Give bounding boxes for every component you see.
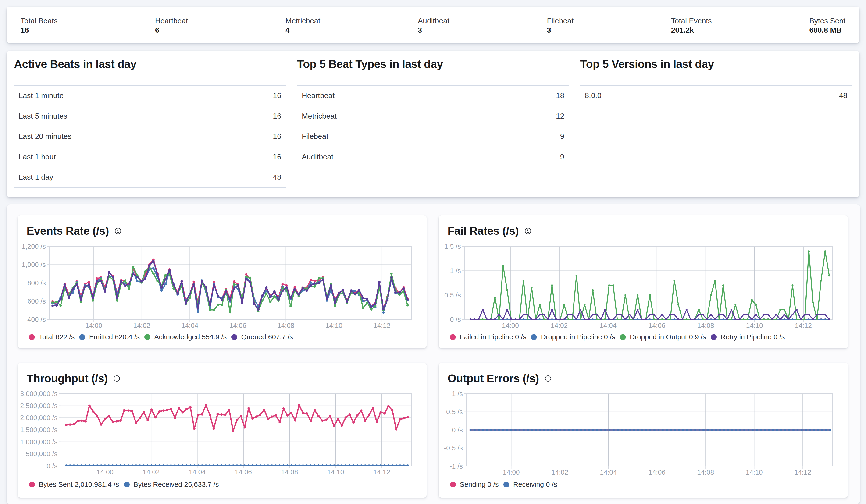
svg-text:500,000 /s: 500,000 /s bbox=[26, 450, 57, 458]
svg-text:14:10: 14:10 bbox=[325, 322, 343, 329]
svg-text:14:00: 14:00 bbox=[85, 322, 102, 329]
svg-text:14:02: 14:02 bbox=[133, 322, 151, 329]
svg-text:0.5 /s: 0.5 /s bbox=[446, 408, 463, 415]
svg-text:14:06: 14:06 bbox=[230, 322, 246, 329]
svg-text:1,000 /s: 1,000 /s bbox=[22, 261, 46, 268]
svg-text:14:12: 14:12 bbox=[373, 468, 390, 476]
svg-text:2,500,000 /s: 2,500,000 /s bbox=[20, 402, 57, 410]
svg-text:14:06: 14:06 bbox=[648, 322, 666, 329]
svg-text:800 /s: 800 /s bbox=[27, 279, 46, 287]
svg-text:14:08: 14:08 bbox=[277, 322, 295, 329]
svg-text:0 /s: 0 /s bbox=[452, 426, 463, 434]
svg-text:14:04: 14:04 bbox=[189, 468, 206, 476]
svg-text:1,500,000 /s: 1,500,000 /s bbox=[20, 426, 57, 434]
svg-text:1,200 /s: 1,200 /s bbox=[22, 243, 46, 250]
svg-text:0 /s: 0 /s bbox=[450, 316, 461, 323]
svg-text:1.5 /s: 1.5 /s bbox=[444, 243, 461, 250]
svg-text:0 /s: 0 /s bbox=[46, 462, 57, 470]
svg-text:14:10: 14:10 bbox=[746, 322, 763, 329]
svg-text:600 /s: 600 /s bbox=[27, 298, 46, 305]
svg-text:14:00: 14:00 bbox=[503, 469, 520, 476]
svg-text:3,000,000 /s: 3,000,000 /s bbox=[20, 390, 57, 397]
svg-text:14:08: 14:08 bbox=[281, 468, 298, 476]
svg-text:1,000,000 /s: 1,000,000 /s bbox=[20, 438, 57, 446]
svg-text:14:02: 14:02 bbox=[551, 322, 568, 329]
svg-text:14:08: 14:08 bbox=[697, 469, 714, 476]
svg-text:-0.5 /s: -0.5 /s bbox=[444, 444, 463, 452]
svg-text:14:06: 14:06 bbox=[235, 468, 252, 476]
svg-text:14:12: 14:12 bbox=[795, 322, 812, 329]
svg-text:14:00: 14:00 bbox=[502, 322, 519, 329]
svg-text:14:02: 14:02 bbox=[143, 468, 160, 476]
svg-text:14:12: 14:12 bbox=[374, 322, 391, 329]
svg-text:14:04: 14:04 bbox=[600, 469, 617, 476]
svg-text:1 /s: 1 /s bbox=[452, 390, 463, 397]
svg-text:14:04: 14:04 bbox=[181, 322, 198, 329]
svg-text:400 /s: 400 /s bbox=[27, 316, 46, 323]
svg-text:14:10: 14:10 bbox=[746, 469, 763, 476]
svg-text:14:00: 14:00 bbox=[97, 468, 113, 476]
svg-text:1 /s: 1 /s bbox=[450, 267, 461, 274]
svg-text:14:12: 14:12 bbox=[794, 469, 811, 476]
svg-text:2,000,000 /s: 2,000,000 /s bbox=[20, 414, 57, 421]
svg-text:14:10: 14:10 bbox=[327, 468, 344, 476]
svg-text:14:06: 14:06 bbox=[648, 469, 666, 476]
svg-text:0.5 /s: 0.5 /s bbox=[444, 291, 461, 299]
svg-text:-1 /s: -1 /s bbox=[450, 462, 463, 470]
svg-text:14:02: 14:02 bbox=[551, 469, 568, 476]
svg-text:14:04: 14:04 bbox=[600, 322, 617, 329]
svg-text:14:08: 14:08 bbox=[697, 322, 714, 329]
